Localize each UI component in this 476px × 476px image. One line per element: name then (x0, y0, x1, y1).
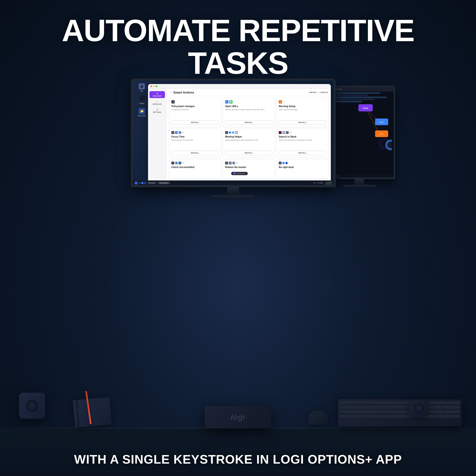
taskbar-logioptions[interactable]: Logi Options (158, 182, 170, 184)
key[interactable] (442, 406, 451, 409)
key[interactable] (365, 415, 373, 418)
key[interactable] (391, 410, 399, 414)
key[interactable] (452, 406, 460, 409)
key[interactable] (382, 410, 390, 414)
sidebar-item-discover[interactable]: ⊕ DISCOVER (150, 91, 165, 98)
card-rebase-icons: ⎇ 🔗 👤 +4 (225, 162, 272, 165)
page-title: Smart Actions (173, 91, 194, 94)
taskbar-icon2 (141, 182, 143, 184)
feedback-badge[interactable]: FEEDBACK (231, 172, 248, 175)
key[interactable] (373, 410, 381, 414)
card-meeting-install-btn[interactable]: INSTALL (225, 151, 272, 155)
person5-icon: 👤 (232, 162, 235, 165)
key-enter[interactable] (443, 410, 460, 414)
more-badge-check: +4 (182, 162, 184, 164)
slack-icon: S (279, 131, 282, 134)
key[interactable] (374, 415, 381, 418)
key[interactable] (340, 401, 348, 405)
feedback-icon (234, 172, 235, 174)
app-icon: ▣ (235, 131, 238, 134)
key[interactable] (371, 406, 379, 409)
terminal-icon: ⊞ (171, 131, 174, 134)
card-pull-install-btn[interactable]: INSTALL (171, 120, 219, 125)
blue-dot3-icon (282, 162, 285, 164)
docs-label: Documents (137, 115, 146, 117)
hero-title-line1: AUTOMATE REPETITIVE (62, 13, 414, 48)
key[interactable] (438, 401, 447, 405)
titlebar-close[interactable] (151, 85, 152, 87)
docs-icon[interactable]: 📁 (139, 108, 145, 114)
person3-icon: 👤 (175, 162, 178, 165)
desktop-icon-bin: 🗑 Bin (136, 83, 148, 92)
notebook-body (73, 397, 112, 427)
card-morning-icons: ☀ (279, 100, 326, 103)
key[interactable] (436, 415, 444, 418)
taskbar-apps (139, 182, 146, 184)
import-button[interactable]: ↑ IMPORT (308, 91, 317, 94)
monitor-screen: 🗑 Bin ⬡ Github 📁 Documents (133, 81, 334, 185)
card-be-right-back: ⊟ Be right back (276, 159, 328, 178)
back-arrow-icon[interactable]: ← (170, 91, 172, 94)
key[interactable] (429, 401, 438, 405)
titlebar-minimize[interactable] (153, 85, 155, 87)
key[interactable] (398, 406, 406, 409)
key[interactable] (358, 401, 366, 405)
sidebar-item-settings[interactable]: ☰ SETTINGS (150, 107, 165, 114)
key[interactable] (364, 410, 373, 414)
speaker-cone (26, 400, 38, 412)
key[interactable] (452, 415, 460, 418)
code-line (331, 95, 368, 96)
key[interactable] (434, 410, 443, 414)
sidebar-item-installed[interactable]: ✓ INSTALLED (150, 99, 165, 106)
settings-label: SETTINGS (153, 111, 161, 113)
card-urls-desc: When I opened a browser, open my favorit… (225, 108, 272, 118)
bottom-tagline: WITH A SINGLE KEYSTROKE IN LOGI OPTIONS+… (0, 452, 476, 466)
key[interactable] (380, 406, 389, 409)
terminal2-icon: >_ (171, 162, 174, 165)
key[interactable] (444, 415, 452, 418)
key-caps[interactable] (340, 410, 355, 414)
key[interactable] (362, 406, 371, 409)
earbuds-body (308, 410, 328, 425)
window-body: ⊕ DISCOVER ✓ INSTALLED ☰ SETTI (148, 89, 331, 180)
card-morning-install-btn[interactable]: INSTALL (279, 120, 326, 125)
key[interactable] (381, 415, 389, 418)
titlebar-maximize[interactable] (156, 85, 157, 87)
link-icon: 🔗 (229, 162, 232, 165)
create-button[interactable]: + CREATE (319, 91, 328, 94)
key[interactable] (375, 401, 384, 405)
node-graph: NODE PROC OUT (354, 99, 392, 151)
key-backspace[interactable] (447, 401, 460, 405)
card-meeting-name: Meeting Helper (225, 136, 272, 138)
key[interactable] (357, 415, 365, 418)
main-monitor-frame: 🗑 Bin ⬡ Github 📁 Documents (131, 79, 336, 187)
key[interactable] (389, 406, 397, 409)
key[interactable] (399, 410, 408, 414)
key[interactable] (353, 406, 361, 409)
key-tab[interactable] (340, 406, 353, 409)
chrome2-icon: ◎ (175, 131, 178, 134)
installed-label: INSTALLED (153, 103, 162, 105)
key-shift-l[interactable] (340, 415, 357, 418)
keyboard-body (338, 399, 462, 426)
key[interactable] (355, 410, 364, 414)
key[interactable] (385, 401, 393, 405)
key[interactable] (393, 401, 402, 405)
app-sidebar: ⊕ DISCOVER ✓ INSTALLED ☰ SETTI (148, 89, 167, 180)
start-button[interactable] (135, 182, 137, 185)
tab-icon: ⬜ (229, 100, 233, 103)
key[interactable] (367, 401, 375, 405)
card-rebase-master: ⎇ 🔗 👤 +4 Rebase the master (223, 159, 275, 178)
bin-icon[interactable]: 🗑 (139, 83, 145, 89)
key[interactable] (433, 406, 442, 409)
key[interactable] (349, 401, 357, 405)
taskbar-mycode[interactable]: My Code (147, 182, 157, 184)
card-slack-install-btn[interactable]: INSTALL (279, 151, 326, 155)
card-focus-install-btn[interactable]: INSTALL (171, 151, 219, 155)
discover-label: DISCOVER (153, 95, 161, 97)
edit-icon: ✏ (282, 131, 285, 134)
card-urls-install-btn[interactable]: INSTALL (225, 120, 272, 125)
node-graph-svg: NODE PROC OUT (354, 99, 392, 151)
github-icon[interactable]: ⬡ (139, 96, 145, 102)
taskbar-right: 8°C ⊟ ENG 3:12 PM 1/16/2023 (313, 181, 332, 185)
